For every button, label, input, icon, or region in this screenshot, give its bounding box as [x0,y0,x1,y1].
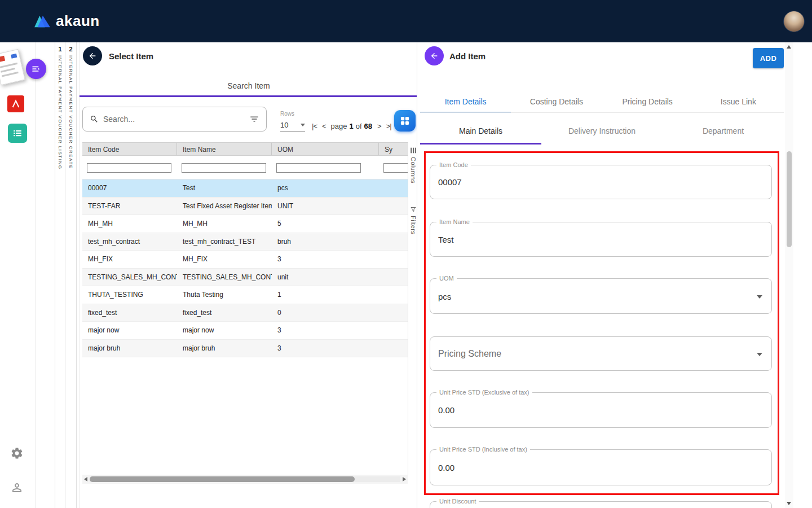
main-area: 1 INTERNAL PAYMENT VOUCHER LISTING 2 INT… [0,42,812,508]
table-row[interactable]: major bruh major bruh 3 [82,340,408,358]
gear-glyph [10,446,24,460]
unit-price-incl-field[interactable]: Unit Price STD (Inclusive of tax) [430,449,772,485]
scroll-left-icon[interactable] [84,477,87,481]
profile-icon[interactable] [10,481,24,494]
document-thumbnail[interactable] [0,49,25,85]
subtab-main-details[interactable]: Main Details [420,117,541,144]
pagination: |< < page 1 of 68 > >| [312,122,391,130]
columns-icon [410,147,417,154]
vertical-scrollbar[interactable] [785,42,793,508]
item-name-input[interactable] [438,222,745,256]
filter-item-name-input[interactable] [182,163,266,173]
table-row[interactable]: MH_FIX MH_FIX 3 [82,251,408,269]
settings-gear-icon[interactable] [10,446,24,460]
table-row[interactable]: THUTA_TESTING Thuta Testing 1 [82,286,408,304]
grid-view-button[interactable] [394,110,416,132]
filter-list-icon[interactable] [249,114,259,124]
workspace-tab-listing[interactable]: 1 INTERNAL PAYMENT VOUCHER LISTING [55,42,65,508]
select-item-panel: Select Item Search Item Rows 10 [79,42,417,508]
filter-item-code-input[interactable] [87,163,171,173]
search-icon [90,115,99,124]
add-button[interactable]: ADD [753,48,784,68]
table-header-row: Item Code Item Name UOM Sy [82,142,408,156]
unit-price-incl-input[interactable] [438,450,745,485]
list-glyph [12,128,23,138]
columns-tool[interactable]: Columns [410,147,417,183]
search-input[interactable] [103,115,245,124]
scroll-up-icon[interactable] [787,45,791,49]
add-item-panel: Add Item ADD Item Details Costing Detail… [420,42,784,508]
arrow-left-icon [88,51,97,60]
hscroll-thumb[interactable] [90,476,355,482]
tab-item-details[interactable]: Item Details [420,90,511,112]
unit-discount-input[interactable] [438,502,745,508]
table-row[interactable]: MH_MH MH_MH 5 [82,215,408,233]
back-button[interactable] [425,46,444,65]
chevron-down-icon [301,124,305,126]
col-header-uom[interactable]: UOM [272,143,379,155]
scroll-right-icon[interactable] [403,477,406,481]
subtab-department[interactable]: Department [663,117,784,144]
item-code-field[interactable]: Item Code [430,165,772,199]
subtab-delivery-instruction[interactable]: Delivery Instruction [541,117,663,144]
workspace-tab-create[interactable]: 2 INTERNAL PAYMENT VOUCHER CREATE [65,42,77,508]
prev-page-button[interactable]: < [322,122,326,130]
table-row[interactable]: test_mh_contract test_mh_contract_TEST b… [82,233,408,251]
add-item-tabs: Item Details Costing Details Pricing Det… [420,90,784,113]
filter-sys-input[interactable] [383,163,408,173]
search-item-tabbar: Search Item [80,76,417,97]
app-sidebar [0,42,36,508]
chevron-down-icon[interactable] [757,295,762,299]
columns-label: Columns [410,157,417,183]
of-word: of [356,122,362,130]
list-icon[interactable] [8,124,27,143]
table-row[interactable]: TEST-FAR Test Fixed Asset Register Item … [82,198,408,216]
uom-select[interactable]: UOM pcs [430,278,772,314]
table-row[interactable]: TESTING_SALES_MH_CONTRACT TESTING_SALES_… [82,269,408,287]
last-page-button[interactable]: >| [386,122,391,130]
tab-search-item[interactable]: Search Item [80,81,417,90]
pdf-icon[interactable] [7,95,24,112]
user-avatar[interactable] [783,11,805,32]
search-input-wrap [82,107,267,132]
table-row[interactable]: 00007 Test pcs [82,179,408,198]
tab-issue-link[interactable]: Issue Link [693,90,784,112]
first-page-button[interactable]: |< [312,122,317,130]
lines-icon [31,64,41,74]
next-page-button[interactable]: > [377,122,381,130]
unit-price-excl-field[interactable]: Unit Price STD (Exclusive of tax) [430,392,772,428]
rows-label: Rows [280,111,294,117]
table-row[interactable]: fixed_test fixed_test 0 [82,304,408,322]
filters-tool[interactable]: Filters [410,206,417,234]
back-button[interactable] [83,46,102,65]
scroll-down-icon[interactable] [787,502,791,505]
tab-costing-details[interactable]: Costing Details [511,90,602,112]
hscroll-track[interactable] [90,476,400,482]
pricing-scheme-select[interactable]: Pricing Scheme [430,336,772,371]
select-item-title: Select Item [109,51,153,61]
add-item-title: Add Item [449,51,486,61]
grid-icon [399,115,411,126]
workflow-badge-icon[interactable] [26,59,46,79]
arrow-left-icon [430,51,439,60]
chevron-down-icon[interactable] [757,353,762,356]
rows-per-page-select[interactable]: 10 [280,121,305,132]
tab-pricing-details[interactable]: Pricing Details [602,90,693,112]
brand-logo[interactable]: akaun [34,12,100,30]
vscroll-thumb[interactable] [787,151,792,247]
rows-per-page-value: 10 [280,121,288,129]
filter-uom-input[interactable] [276,163,361,173]
highlight-rectangle [424,151,779,495]
col-header-item-name[interactable]: Item Name [177,143,272,155]
col-header-item-code[interactable]: Item Code [82,143,177,155]
col-header-sys[interactable]: Sy [379,143,408,155]
person-glyph [10,481,24,494]
item-code-input[interactable] [438,165,745,199]
workspace-tab-label: INTERNAL PAYMENT VOUCHER CREATE [68,55,73,169]
table-row[interactable]: major now major now 3 [82,322,408,340]
horizontal-scrollbar[interactable] [82,475,408,484]
unit-price-excl-input[interactable] [438,393,745,427]
thumbnail-line [1,68,15,73]
item-name-field[interactable]: Item Name [430,222,772,257]
unit-discount-field[interactable]: Unit Discount [430,501,772,508]
